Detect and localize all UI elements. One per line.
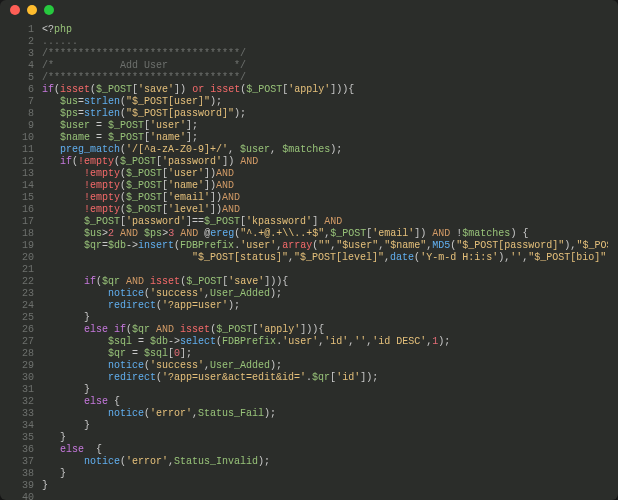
token-op: AND bbox=[222, 192, 240, 203]
token-str: '/[^a-zA-Z0-9]+/' bbox=[126, 144, 228, 155]
token-cmt: ...... bbox=[42, 36, 78, 47]
line-number: 29 bbox=[10, 360, 34, 372]
token-op: AND bbox=[324, 216, 342, 227]
token-pun bbox=[42, 240, 84, 251]
token-kw2: isset bbox=[60, 84, 90, 95]
token-kw: else bbox=[60, 444, 84, 455]
token-var: $_POST bbox=[126, 192, 162, 203]
code-line bbox=[42, 264, 608, 276]
line-number: 8 bbox=[10, 108, 34, 120]
token-pun bbox=[42, 324, 84, 335]
code-line: else { bbox=[42, 396, 608, 408]
token-str: "$name" bbox=[384, 240, 426, 251]
token-pun bbox=[42, 360, 108, 371]
token-pun: -> bbox=[126, 240, 138, 251]
close-icon[interactable] bbox=[10, 5, 20, 15]
token-pun bbox=[42, 408, 108, 419]
line-number: 5 bbox=[10, 72, 34, 84]
line-number: 3 bbox=[10, 48, 34, 60]
code-line: if(isset($_POST['save']) or isset($_POST… bbox=[42, 84, 608, 96]
token-kw2: array bbox=[282, 240, 312, 251]
token-kw: else if bbox=[84, 324, 126, 335]
token-kw2: isset bbox=[210, 84, 240, 95]
token-var: $qr bbox=[132, 324, 150, 335]
token-pun: ]== bbox=[186, 216, 204, 227]
code-line: $qr = $sql[0]; bbox=[42, 348, 608, 360]
line-number: 31 bbox=[10, 384, 34, 396]
token-var: $db bbox=[150, 336, 168, 347]
token-pun bbox=[42, 372, 108, 383]
token-str: "$_POST[status]" bbox=[192, 252, 288, 263]
token-var: $matches bbox=[282, 144, 330, 155]
token-fn: redirect bbox=[108, 300, 156, 311]
token-pun bbox=[42, 228, 84, 239]
token-pun: ); bbox=[210, 96, 222, 107]
line-number: 17 bbox=[10, 216, 34, 228]
token-str: 'Y-m-d H:i:s' bbox=[420, 252, 498, 263]
token-fn: strlen bbox=[84, 96, 120, 107]
code-area[interactable]: <?php....../****************************… bbox=[34, 24, 608, 490]
code-line: notice('error',Status_Fail); bbox=[42, 408, 608, 420]
token-fn: date bbox=[390, 252, 414, 263]
code-line: redirect('?app=user&act=edit&id='.$qr['i… bbox=[42, 372, 608, 384]
token-str: "$_POST[password]" bbox=[126, 108, 234, 119]
token-str: 'password' bbox=[162, 156, 222, 167]
line-number: 33 bbox=[10, 408, 34, 420]
token-var: User_Added bbox=[210, 288, 270, 299]
token-pun: ); bbox=[330, 144, 342, 155]
line-number: 34 bbox=[10, 420, 34, 432]
token-var: $qr bbox=[84, 240, 102, 251]
token-pun: , bbox=[270, 144, 282, 155]
line-number: 32 bbox=[10, 396, 34, 408]
token-pun: ); bbox=[264, 408, 276, 419]
token-var: $_POST bbox=[126, 180, 162, 191]
token-pun: = bbox=[90, 132, 108, 143]
token-str: 'name' bbox=[168, 180, 204, 191]
code-line: <?php bbox=[42, 24, 608, 36]
token-str: "$user" bbox=[336, 240, 378, 251]
token-str: 'save' bbox=[138, 84, 174, 95]
token-kw2: isset bbox=[180, 324, 210, 335]
token-cmt: /* Add User */ bbox=[42, 60, 246, 71]
token-str: "" bbox=[318, 240, 330, 251]
code-line: $sql = $db->select(FDBPrefix.'user','id'… bbox=[42, 336, 608, 348]
token-str: 'save' bbox=[228, 276, 264, 287]
minimize-icon[interactable] bbox=[27, 5, 37, 15]
token-pun: ] bbox=[312, 216, 324, 227]
token-kw2: !empty bbox=[84, 204, 120, 215]
token-kw2: !empty bbox=[84, 180, 120, 191]
token-str: 'password' bbox=[126, 216, 186, 227]
token-pun: } bbox=[42, 312, 90, 323]
code-line: } bbox=[42, 480, 608, 490]
token-var: $_POST bbox=[84, 216, 120, 227]
code-line: else if($qr AND isset($_POST['apply'])){ bbox=[42, 324, 608, 336]
token-op: AND bbox=[156, 324, 174, 335]
token-str: 'apply' bbox=[288, 84, 330, 95]
token-str: '?app=user' bbox=[162, 300, 228, 311]
line-number: 30 bbox=[10, 372, 34, 384]
token-op: AND bbox=[216, 168, 234, 179]
line-number: 13 bbox=[10, 168, 34, 180]
code-line: !empty($_POST['user'])AND bbox=[42, 168, 608, 180]
token-op: AND bbox=[222, 204, 240, 215]
token-str: "^.+@.+\\..+$" bbox=[240, 228, 324, 239]
token-var: FDBPrefix bbox=[180, 240, 234, 251]
token-op: AND bbox=[126, 276, 144, 287]
token-pun: ]) bbox=[174, 84, 192, 95]
token-str: 'email' bbox=[168, 192, 210, 203]
token-var: User_Added bbox=[210, 360, 270, 371]
editor-window: 1234567891011121314151617181920212223242… bbox=[0, 0, 618, 500]
token-str: 'name' bbox=[150, 132, 186, 143]
token-pun bbox=[42, 336, 108, 347]
token-pun bbox=[42, 300, 108, 311]
token-var: $db bbox=[108, 240, 126, 251]
zoom-icon[interactable] bbox=[44, 5, 54, 15]
line-number: 25 bbox=[10, 312, 34, 324]
token-str: 'kpassword' bbox=[246, 216, 312, 227]
token-pun bbox=[42, 168, 84, 179]
code-line: notice('error',Status_Invalid); bbox=[42, 456, 608, 468]
token-pun: ]) bbox=[204, 168, 216, 179]
token-str: 'error' bbox=[150, 408, 192, 419]
code-line: else { bbox=[42, 444, 608, 456]
token-var: $_POST bbox=[126, 204, 162, 215]
